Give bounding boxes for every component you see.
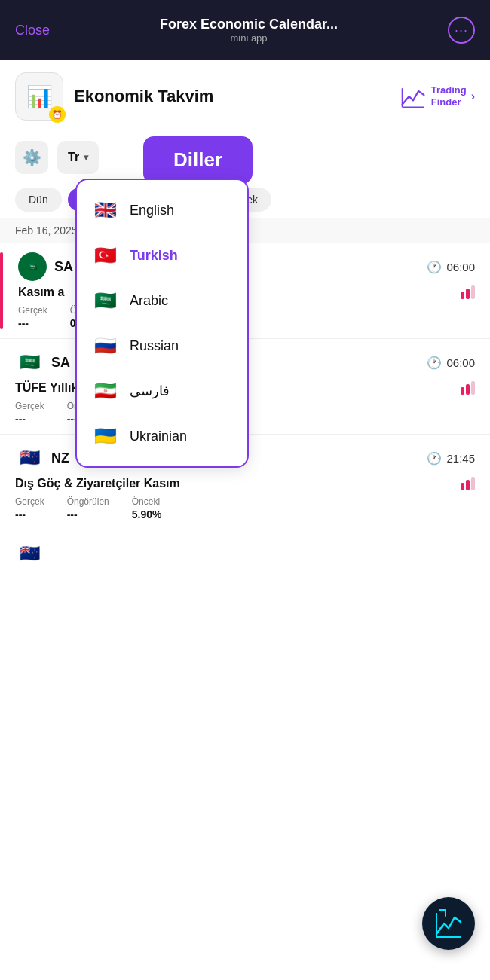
language-button[interactable]: Tr ▾ xyxy=(57,141,99,174)
stat-onceki-3: Önceki 5.90% xyxy=(132,496,162,521)
lang-label-russian: Russian xyxy=(130,338,179,354)
importance-1 xyxy=(461,285,475,299)
event-header-4: 🇳🇿 xyxy=(15,539,475,568)
top-bar-center: Forex Economic Calendar... mini app xyxy=(160,17,338,44)
stat-ongorulen-3: Öngörülen --- xyxy=(67,496,109,521)
app-icon-emoji: 📊 xyxy=(26,84,53,109)
lang-item-ukrainian[interactable]: 🇺🇦 Ukrainian xyxy=(77,414,247,459)
event-country-2: 🇸🇦 SA xyxy=(15,348,70,377)
bar-3-2 xyxy=(466,480,470,490)
controls-row: ⚙️ Tr ▾ Diller 🇬🇧 English 🇹🇷 Turkish 🇸🇦 … xyxy=(0,133,490,182)
event-time-1: 🕐 06:00 xyxy=(427,260,475,274)
flag-saudi: 🇸🇦 xyxy=(92,287,119,314)
flag-uk: 🇬🇧 xyxy=(92,197,119,224)
bar-1-3 xyxy=(471,285,475,299)
stat-gercel-1: Gerçek --- xyxy=(18,305,47,329)
app-subtitle-bar: mini app xyxy=(160,32,338,44)
more-button[interactable]: ··· xyxy=(448,17,475,44)
importance-2 xyxy=(461,381,475,395)
stat-gercel-3: Gerçek --- xyxy=(15,496,44,521)
event-country-1: 🇸🇦 SA xyxy=(18,252,73,281)
lang-label-turkish: Turkish xyxy=(130,248,178,264)
event-country-4: 🇳🇿 xyxy=(15,539,44,568)
flag-russia: 🇷🇺 xyxy=(92,332,119,359)
trading-finder-fab-icon xyxy=(432,907,465,940)
trading-finder-label: TradingFinder xyxy=(431,84,467,108)
app-name: Ekonomik Takvim xyxy=(74,87,213,106)
event-time-2: 🕐 06:00 xyxy=(427,356,475,370)
clock-icon-2: 🕐 xyxy=(427,356,442,370)
lang-item-english[interactable]: 🇬🇧 English xyxy=(77,188,247,233)
event-time-3: 🕐 21:45 xyxy=(427,451,475,466)
chevron-down-icon: ▾ xyxy=(84,152,88,163)
lang-label-arabic: Arabic xyxy=(130,293,168,309)
trading-finder-fab[interactable] xyxy=(422,897,475,950)
flag-nz-2: 🇳🇿 xyxy=(15,539,44,568)
lang-label-english: English xyxy=(130,203,174,218)
svg-rect-0 xyxy=(400,83,427,110)
lang-item-farsi[interactable]: 🇮🇷 فارسی xyxy=(77,368,247,414)
bar-2-2 xyxy=(466,384,470,395)
trading-finder-icon xyxy=(400,83,427,110)
language-dropdown: 🇬🇧 English 🇹🇷 Turkish 🇸🇦 Arabic 🇷🇺 Russi… xyxy=(75,179,249,468)
lang-label-farsi: فارسی xyxy=(130,383,170,399)
bar-2-3 xyxy=(471,381,475,395)
tab-dun[interactable]: Dün xyxy=(15,188,62,212)
time-value-3: 21:45 xyxy=(446,452,475,465)
bar-1-1 xyxy=(461,292,464,299)
chevron-right-icon: › xyxy=(471,90,475,103)
country-code-2: SA xyxy=(51,355,70,371)
country-code-1: SA xyxy=(54,259,73,275)
left-accent-bar xyxy=(0,252,3,329)
flag-iran: 🇮🇷 xyxy=(92,377,119,405)
app-icon: 📊 ⏰ xyxy=(15,72,63,121)
lang-item-turkish[interactable]: 🇹🇷 Turkish xyxy=(77,233,247,278)
flag-turkey: 🇹🇷 xyxy=(92,242,119,269)
top-bar: Close Forex Economic Calendar... mini ap… xyxy=(0,0,490,60)
app-title-bar: Forex Economic Calendar... xyxy=(160,17,338,32)
event-name-1: Kasım a xyxy=(18,285,64,299)
event-stats-3: Gerçek --- Öngörülen --- Önceki 5.90% xyxy=(15,496,475,521)
lang-label-ukrainian: Ukrainian xyxy=(130,429,187,444)
time-value-1: 06:00 xyxy=(446,261,475,273)
flag-nz-1: 🇳🇿 xyxy=(15,444,44,472)
flag-sa-2: 🇸🇦 xyxy=(15,348,44,377)
flag-ukraine: 🇺🇦 xyxy=(92,423,119,450)
bar-3-3 xyxy=(471,477,475,490)
clock-icon-1: 🕐 xyxy=(427,260,442,274)
importance-3 xyxy=(461,477,475,490)
app-header-left: 📊 ⏰ Ekonomik Takvim xyxy=(15,72,213,121)
bar-3-1 xyxy=(461,483,464,490)
lang-code: Tr xyxy=(68,151,79,164)
close-button[interactable]: Close xyxy=(15,23,50,38)
event-card-4: 🇳🇿 xyxy=(0,530,490,582)
event-name-3: Dış Göç & Ziyaretçiler Kasım xyxy=(15,477,180,490)
stat-gercel-2: Gerçek --- xyxy=(15,401,44,425)
country-code-3: NZ xyxy=(51,450,69,466)
event-country-3: 🇳🇿 NZ xyxy=(15,444,69,472)
lang-item-arabic[interactable]: 🇸🇦 Arabic xyxy=(77,278,247,323)
time-value-2: 06:00 xyxy=(446,356,475,369)
app-header: 📊 ⏰ Ekonomik Takvim TradingFinder › xyxy=(0,60,490,133)
lang-item-russian[interactable]: 🇷🇺 Russian xyxy=(77,323,247,368)
bar-1-2 xyxy=(466,289,470,299)
settings-button[interactable]: ⚙️ xyxy=(15,141,48,174)
bar-2-1 xyxy=(461,387,464,395)
flag-sa-1: 🇸🇦 xyxy=(18,252,47,281)
clock-icon-3: 🕐 xyxy=(427,451,442,466)
trading-finder-logo[interactable]: TradingFinder › xyxy=(400,83,475,110)
app-icon-badge: ⏰ xyxy=(49,106,66,123)
